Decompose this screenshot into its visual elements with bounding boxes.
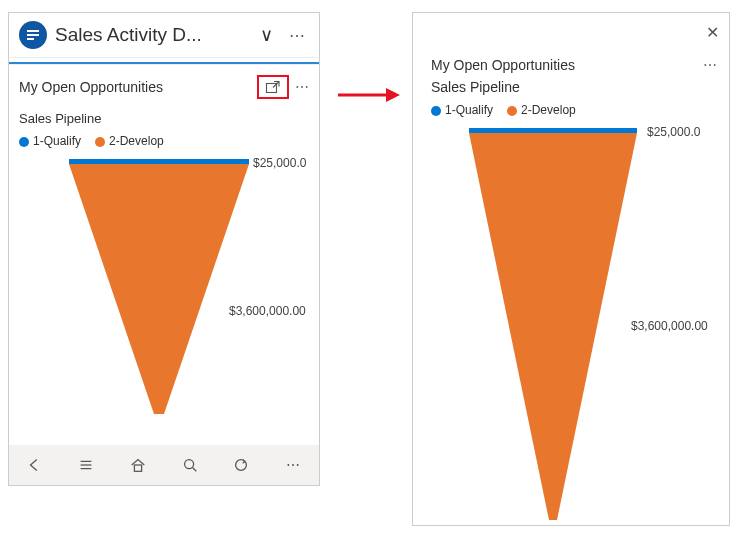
svg-point-11	[184, 460, 193, 469]
svg-rect-10	[135, 465, 142, 471]
legend-item-develop: 2-Develop	[95, 134, 164, 148]
svg-marker-15	[386, 88, 400, 102]
legend-item-develop: 2-Develop	[507, 103, 576, 117]
funnel-chart-left: $25,000.0 $3,600,000.00	[9, 156, 319, 445]
footer-more-button[interactable]: ⋯	[274, 446, 312, 484]
svg-marker-6	[69, 164, 249, 414]
header-more-button[interactable]: ⋯	[285, 26, 309, 45]
menu-button[interactable]	[67, 446, 105, 484]
section-more-button[interactable]: ⋯	[703, 57, 717, 73]
svg-rect-1	[27, 34, 39, 36]
app-title: Sales Activity D...	[55, 24, 248, 46]
legend-item-qualify: 1-Qualify	[19, 134, 81, 148]
svg-rect-0	[27, 30, 39, 32]
chart-label-mid: $3,600,000.00	[229, 304, 306, 318]
section-more-button[interactable]: ⋯	[295, 79, 309, 95]
chart-title: Sales Pipeline	[431, 73, 717, 99]
section-header: My Open Opportunities ⋯	[9, 64, 319, 105]
chart-label-top: $25,000.0	[647, 125, 700, 139]
legend-item-qualify: 1-Qualify	[431, 103, 493, 117]
funnel-chart-right: $25,000.0 $3,600,000.00	[431, 125, 717, 525]
back-button[interactable]	[16, 446, 54, 484]
chevron-down-icon[interactable]: ∨	[256, 24, 277, 46]
svg-marker-17	[469, 133, 637, 520]
chart-label-top: $25,000.0	[253, 156, 306, 170]
home-button[interactable]	[119, 446, 157, 484]
chart-legend: 1-Qualify 2-Develop	[431, 99, 717, 125]
svg-rect-5	[69, 159, 249, 164]
expand-button[interactable]	[257, 75, 289, 99]
search-button[interactable]	[171, 446, 209, 484]
bottom-nav: ⋯	[9, 445, 319, 485]
arrow-icon	[338, 86, 400, 104]
section-header: My Open Opportunities ⋯	[431, 57, 717, 73]
chart-title: Sales Pipeline	[9, 105, 319, 130]
svg-rect-2	[27, 38, 34, 40]
app-header: Sales Activity D... ∨ ⋯	[9, 13, 319, 58]
chart-legend: 1-Qualify 2-Develop	[9, 130, 319, 156]
section-title: My Open Opportunities	[431, 57, 703, 73]
app-logo-icon	[19, 21, 47, 49]
section-title: My Open Opportunities	[19, 79, 257, 95]
mobile-panel-collapsed: Sales Activity D... ∨ ⋯ My Open Opportun…	[8, 12, 320, 486]
chart-label-mid: $3,600,000.00	[631, 319, 708, 333]
mobile-panel-expanded: ✕ My Open Opportunities ⋯ Sales Pipeline…	[412, 12, 730, 526]
refresh-button[interactable]	[222, 446, 260, 484]
close-button[interactable]: ✕	[706, 23, 719, 42]
svg-rect-16	[469, 128, 637, 133]
svg-line-12	[192, 468, 196, 472]
popout-icon	[265, 80, 281, 96]
